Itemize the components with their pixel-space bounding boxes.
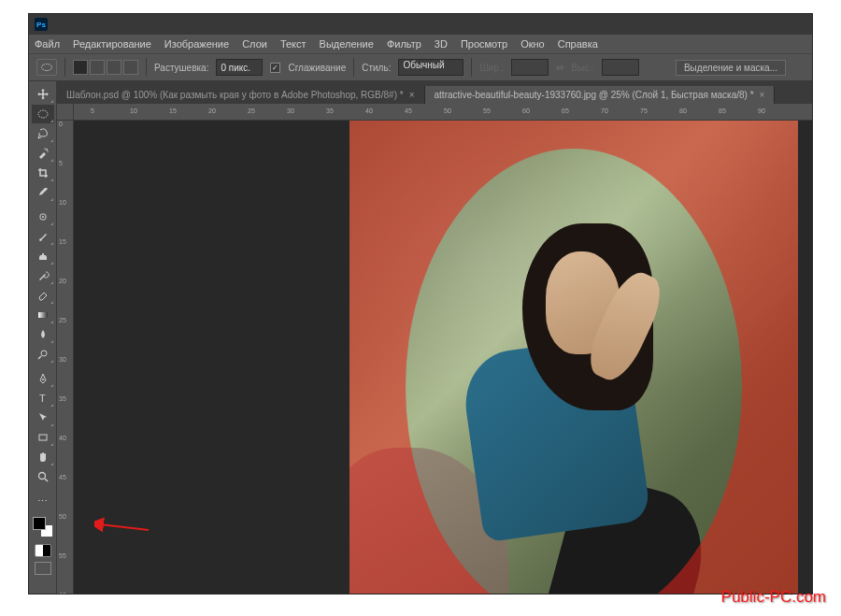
quick-mask-overlay	[349, 121, 798, 594]
color-swatches[interactable]	[33, 517, 53, 537]
workspace: Шаблон.psd @ 100% (Как размыть края у фо…	[57, 81, 812, 594]
svg-rect-11	[39, 435, 47, 440]
style-label: Стиль:	[362, 63, 391, 73]
svg-point-1	[38, 110, 48, 118]
menu-image[interactable]: Изображение	[164, 38, 229, 50]
svg-point-3	[44, 148, 45, 149]
photoshop-window: Ps Файл Редактирование Изображение Слои …	[28, 13, 813, 595]
height-label: Выс.:	[571, 63, 593, 73]
ruler-origin[interactable]	[57, 104, 74, 121]
lasso-tool[interactable]	[32, 124, 54, 143]
tool-preset-picker[interactable]	[36, 59, 57, 76]
titlebar: Ps	[29, 14, 812, 35]
svg-point-2	[46, 149, 48, 150]
menu-window[interactable]: Окно	[520, 38, 545, 50]
add-selection-button[interactable]	[90, 60, 105, 75]
move-tool[interactable]	[32, 85, 54, 104]
foreground-color[interactable]	[33, 517, 46, 530]
svg-point-9	[42, 379, 44, 380]
style-select[interactable]: Обычный	[398, 59, 463, 76]
antialias-label: Сглаживание	[288, 63, 346, 73]
vertical-ruler[interactable]: 051015202530354045505560	[57, 121, 74, 594]
antialias-checkbox[interactable]: ✓	[270, 63, 280, 73]
edit-toolbar-button[interactable]: ⋯	[32, 492, 54, 510]
width-label: Шир.:	[479, 63, 504, 73]
elliptical-marquee-tool[interactable]	[32, 105, 54, 123]
svg-text:T: T	[39, 393, 46, 404]
subtract-selection-button[interactable]	[107, 60, 121, 75]
svg-point-4	[47, 150, 48, 151]
close-icon[interactable]: ×	[760, 90, 765, 100]
menu-select[interactable]: Выделение	[320, 38, 374, 50]
eraser-tool[interactable]	[32, 286, 54, 305]
menu-help[interactable]: Справка	[558, 38, 598, 50]
options-bar: Растушевка: ✓ Сглаживание Стиль: Обычный…	[29, 53, 812, 81]
select-and-mask-button[interactable]: Выделение и маска...	[676, 60, 786, 76]
menu-text[interactable]: Текст	[280, 38, 306, 50]
tab-title: Шаблон.psd @ 100% (Как размыть края у фо…	[66, 90, 404, 100]
tab-title: attractive-beautiful-beauty-1933760.jpg …	[435, 90, 754, 100]
clone-stamp-tool[interactable]	[32, 247, 54, 265]
brush-tool[interactable]	[32, 227, 54, 246]
canvas-area: 51015202530354045505560657075808590 0510…	[57, 104, 812, 594]
horizontal-ruler[interactable]: 51015202530354045505560657075808590	[74, 104, 812, 121]
selection-mode-buttons	[73, 60, 138, 75]
app-logo: Ps	[35, 18, 48, 31]
menu-view[interactable]: Просмотр	[461, 38, 507, 50]
tab-photo[interactable]: attractive-beautiful-beauty-1933760.jpg …	[425, 86, 776, 104]
main-area: T ⋯ Шаблон.psd @ 100% (Как размыть края …	[29, 81, 812, 594]
pen-tool[interactable]	[32, 369, 54, 388]
feather-label: Растушевка:	[154, 63, 208, 73]
menu-layers[interactable]: Слои	[242, 38, 267, 50]
spot-healing-tool[interactable]	[32, 208, 54, 226]
svg-point-0	[42, 64, 52, 71]
divider	[64, 58, 65, 77]
type-tool[interactable]: T	[32, 389, 54, 408]
quick-mask-toggle[interactable]	[35, 544, 51, 557]
blur-tool[interactable]	[32, 325, 54, 344]
divider	[471, 58, 472, 77]
close-icon[interactable]: ×	[409, 90, 415, 100]
height-input	[602, 59, 639, 76]
swap-icon: ⇄	[556, 63, 563, 73]
dodge-tool[interactable]	[32, 345, 54, 364]
document-canvas[interactable]	[349, 121, 798, 594]
svg-point-6	[42, 216, 44, 218]
tab-template[interactable]: Шаблон.psd @ 100% (Как размыть края у фо…	[57, 86, 425, 104]
zoom-tool[interactable]	[32, 467, 54, 486]
intersect-selection-button[interactable]	[123, 60, 138, 75]
menu-file[interactable]: Файл	[35, 38, 60, 50]
svg-point-8	[41, 351, 47, 356]
hand-tool[interactable]	[32, 448, 54, 466]
screen-mode-button[interactable]	[35, 562, 51, 575]
rectangle-tool[interactable]	[32, 428, 54, 447]
menu-filter[interactable]: Фильтр	[387, 38, 421, 50]
quick-selection-tool[interactable]	[32, 144, 54, 163]
divider	[146, 58, 147, 77]
svg-rect-7	[38, 312, 48, 318]
menu-3d[interactable]: 3D	[435, 38, 448, 50]
width-input	[511, 59, 549, 76]
toolbox: T ⋯	[29, 81, 57, 594]
svg-point-12	[38, 473, 45, 480]
gradient-tool[interactable]	[32, 306, 54, 324]
svg-rect-15	[349, 121, 798, 594]
menubar: Файл Редактирование Изображение Слои Тек…	[29, 35, 812, 53]
divider	[353, 58, 354, 77]
crop-tool[interactable]	[32, 164, 54, 182]
new-selection-button[interactable]	[73, 60, 88, 75]
feather-input[interactable]	[216, 59, 263, 76]
document-tabs: Шаблон.psd @ 100% (Как размыть края у фо…	[57, 81, 812, 104]
history-brush-tool[interactable]	[32, 266, 54, 285]
path-selection-tool[interactable]	[32, 408, 54, 427]
canvas-background[interactable]	[74, 121, 812, 594]
menu-edit[interactable]: Редактирование	[73, 38, 151, 50]
eyedropper-tool[interactable]	[32, 183, 54, 202]
